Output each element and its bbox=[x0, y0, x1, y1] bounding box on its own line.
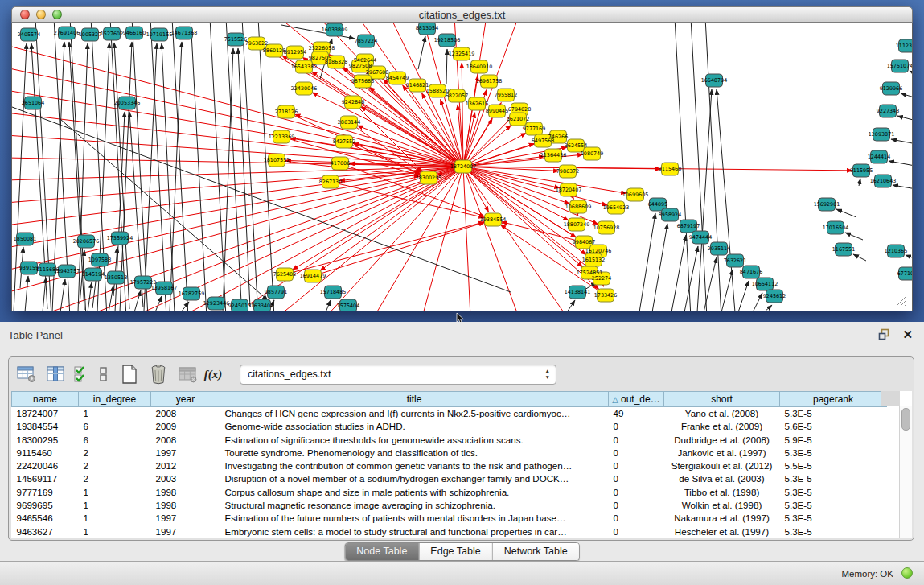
table-cell[interactable]: 5.3E-5 bbox=[780, 512, 887, 525]
table-cell[interactable]: Disruption of a novel member of a sodium… bbox=[220, 472, 609, 485]
table-cell[interactable]: 5.3E-5 bbox=[780, 525, 887, 538]
table-row[interactable]: 977716911998Corpus callosum shape and si… bbox=[12, 486, 887, 499]
resize-grip-icon[interactable] bbox=[897, 296, 906, 306]
table-row[interactable]: 969969511998Structural magnetic resonanc… bbox=[12, 499, 887, 512]
table-row[interactable]: 1830029562008Estimation of significance … bbox=[12, 434, 887, 447]
table-cell[interactable]: 5.3E-5 bbox=[780, 486, 887, 499]
table-cell[interactable]: 19384554 bbox=[12, 420, 79, 433]
table-cell[interactable]: 1 bbox=[79, 512, 151, 525]
table-cell[interactable]: 1 bbox=[79, 486, 151, 499]
tab-network-table[interactable]: Network Table bbox=[492, 543, 579, 560]
table-cell[interactable]: 9777169 bbox=[12, 486, 79, 499]
table-cell[interactable]: 18300295 bbox=[12, 434, 79, 447]
table-cell[interactable]: 1 bbox=[79, 407, 151, 421]
table-cell[interactable]: 5.3E-5 bbox=[780, 472, 887, 485]
table-cell[interactable]: 1 bbox=[79, 499, 151, 512]
table-cell[interactable]: 0 bbox=[609, 486, 664, 499]
table-cell[interactable]: Dudbridge et al. (2008) bbox=[664, 434, 780, 447]
table-cell[interactable]: 5.6E-5 bbox=[780, 420, 887, 433]
network-canvas[interactable]: 1872400718300295193845547963822886012889… bbox=[11, 23, 913, 311]
table-row[interactable]: 911546021997Tourette syndrome. Phenomeno… bbox=[12, 447, 887, 459]
column-header-year[interactable]: year bbox=[151, 392, 220, 407]
column-header-pagerank[interactable]: pagerank bbox=[780, 392, 887, 407]
table-cell[interactable]: Estimation of significance thresholds fo… bbox=[220, 434, 609, 447]
table-row[interactable]: 2242004622012Investigating the contribut… bbox=[12, 459, 887, 472]
table-cell[interactable]: 5.3E-5 bbox=[780, 407, 887, 421]
table-cell[interactable]: 2003 bbox=[151, 472, 220, 485]
table-cell[interactable]: Corpus callosum shape and size in male p… bbox=[220, 486, 609, 499]
close-panel-icon[interactable]: ✕ bbox=[902, 328, 913, 340]
table-cell[interactable]: Tourette syndrome. Phenomenology and cla… bbox=[220, 447, 609, 459]
table-cell[interactable]: 9115460 bbox=[12, 447, 79, 459]
table-cell[interactable]: 5.3E-5 bbox=[780, 447, 887, 459]
table-cell[interactable]: 0 bbox=[609, 512, 664, 525]
column-header-name[interactable]: name bbox=[12, 392, 79, 407]
table-cell[interactable]: 0 bbox=[609, 499, 664, 512]
table-cell[interactable]: 2012 bbox=[151, 459, 220, 472]
table-cell[interactable]: 9463627 bbox=[12, 525, 79, 538]
column-header-out_degree[interactable]: △out_de… bbox=[609, 392, 664, 407]
table-cell[interactable]: Investigating the contribution of common… bbox=[220, 459, 609, 472]
table-cell[interactable]: 18724007 bbox=[12, 407, 79, 421]
table-cell[interactable]: 5.5E-5 bbox=[780, 459, 887, 472]
table-cell[interactable]: 1998 bbox=[151, 486, 220, 499]
network-canvas-svg[interactable]: 1872400718300295193845547963822886012889… bbox=[12, 23, 912, 311]
table-cell[interactable]: Stergiakouli et al. (2012) bbox=[664, 459, 780, 472]
table-cell[interactable]: 0 bbox=[609, 434, 664, 447]
table-cell[interactable]: Tibbo et al. (1998) bbox=[664, 486, 780, 499]
table-cell[interactable]: Changes of HCN gene expression and I(f) … bbox=[220, 407, 609, 421]
table-cell[interactable]: 1 bbox=[79, 525, 151, 538]
table-cell[interactable]: de Silva et al. (2003) bbox=[664, 472, 780, 485]
table-selector-dropdown[interactable]: citations_edges.txt ▲▼ bbox=[240, 365, 556, 385]
show-columns-button[interactable] bbox=[43, 362, 68, 386]
table-cell[interactable]: 6 bbox=[79, 420, 151, 433]
table-cell[interactable]: 1998 bbox=[151, 499, 220, 512]
table-cell[interactable]: 0 bbox=[609, 447, 664, 459]
table-cell[interactable]: Estimation of the future numbers of pati… bbox=[220, 512, 609, 525]
network-window-titlebar[interactable]: citations_edges.txt bbox=[11, 6, 913, 23]
table-cell[interactable]: 2 bbox=[79, 459, 151, 472]
table-cell[interactable]: 2008 bbox=[151, 407, 220, 421]
table-cell[interactable]: 2 bbox=[79, 472, 151, 485]
table-cell[interactable]: 2009 bbox=[151, 420, 220, 433]
column-header-title[interactable]: title bbox=[220, 392, 609, 407]
table-cell[interactable]: 9699695 bbox=[12, 499, 79, 512]
delete-table-button[interactable] bbox=[146, 362, 170, 386]
table-cell[interactable]: 2 bbox=[79, 447, 151, 459]
table-cell[interactable]: Wolkin et al. (1998) bbox=[664, 499, 780, 512]
tab-node-table[interactable]: Node Table bbox=[345, 543, 418, 560]
vertical-scrollbar[interactable] bbox=[899, 406, 912, 538]
table-cell[interactable]: Structural magnetic resonance image aver… bbox=[220, 499, 609, 512]
table-cell[interactable]: 1997 bbox=[151, 512, 220, 525]
table-cell[interactable]: Franke et al. (2009) bbox=[664, 420, 780, 433]
float-window-icon[interactable] bbox=[878, 328, 890, 340]
table-row[interactable]: 1872400712008Changes of HCN gene express… bbox=[12, 407, 887, 421]
table-cell[interactable]: 9465546 bbox=[12, 512, 79, 525]
select-all-button[interactable] bbox=[72, 362, 90, 386]
table-cell[interactable]: 0 bbox=[609, 459, 664, 472]
table-cell[interactable]: 1997 bbox=[151, 447, 220, 459]
table-cell[interactable]: 5.9E-5 bbox=[780, 434, 887, 447]
table-cell[interactable]: 5.3E-5 bbox=[780, 499, 887, 512]
table-row[interactable]: 1938455462009Genome-wide association stu… bbox=[12, 420, 887, 433]
tab-edge-table[interactable]: Edge Table bbox=[418, 543, 491, 560]
table-cell[interactable]: Hescheler et al. (1997) bbox=[664, 525, 780, 538]
table-row[interactable]: 946554611997Estimation of the future num… bbox=[12, 512, 887, 525]
table-cell[interactable]: 0 bbox=[609, 525, 664, 538]
table-cell[interactable]: Jankovic et al. (1997) bbox=[664, 447, 780, 459]
deselect-button[interactable] bbox=[95, 362, 113, 386]
new-table-button[interactable] bbox=[117, 362, 142, 386]
scrollbar-thumb[interactable] bbox=[901, 408, 910, 431]
table-cell[interactable]: 49 bbox=[609, 407, 664, 421]
table-settings-button[interactable] bbox=[14, 362, 39, 386]
table-cell[interactable]: 22420046 bbox=[12, 459, 79, 472]
table-cell[interactable]: 0 bbox=[609, 420, 664, 433]
table-cell[interactable]: Genome-wide association studies in ADHD. bbox=[220, 420, 609, 433]
table-cell[interactable]: Nakamura et al. (1997) bbox=[664, 512, 780, 525]
table-cell[interactable]: 14569117 bbox=[12, 472, 79, 485]
table-row[interactable]: 1456911722003Disruption of a novel membe… bbox=[12, 472, 887, 485]
table-cell[interactable]: Embryonic stem cells: a model to study s… bbox=[220, 525, 609, 538]
table-cell[interactable]: 6 bbox=[79, 434, 151, 447]
table-cell[interactable]: 1997 bbox=[151, 525, 220, 538]
column-header-in_degree[interactable]: in_degree bbox=[79, 392, 151, 407]
